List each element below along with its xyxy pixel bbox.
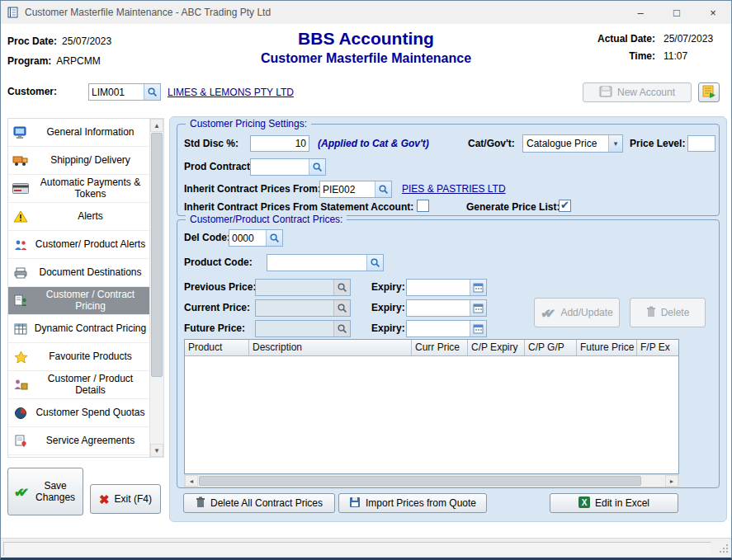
cat-govt-select[interactable]: Catalogue Price ▾ <box>522 134 623 153</box>
calendar-icon[interactable] <box>470 321 486 336</box>
sidebar-item-customer-spend-quotas[interactable]: Customer Spend Quotas <box>8 399 149 427</box>
chevron-down-icon[interactable]: ▾ <box>608 135 622 152</box>
customer-pricing-settings-group: Customer Pricing Settings: Std Disc %: (… <box>177 124 720 216</box>
customer-code-input[interactable] <box>89 84 144 100</box>
inherit-from-link[interactable]: PIES & PASTRIES LTD <box>402 183 506 195</box>
gen-price-list-checkbox[interactable] <box>559 200 571 212</box>
new-account-button[interactable]: New Account <box>583 82 692 102</box>
exit-button[interactable]: ✖ Exit (F4) <box>90 484 161 514</box>
search-icon[interactable] <box>366 255 383 271</box>
delete-all-label: Delete All Contract Prices <box>210 497 323 509</box>
previous-price-input[interactable] <box>256 280 333 295</box>
current-expiry-input[interactable] <box>407 300 470 316</box>
minimize-icon[interactable]: – <box>622 1 659 24</box>
hscrollbar-thumb[interactable] <box>199 476 641 486</box>
future-price-lookup <box>255 320 351 337</box>
sidebar-item-general-information[interactable]: General Information <box>8 119 149 147</box>
table-hscrollbar[interactable]: ◄ ► <box>184 474 679 487</box>
table-header-row: Product Description Curr Price C/P Expir… <box>185 340 678 356</box>
inherit-from-input[interactable] <box>320 181 375 197</box>
truck-icon <box>8 155 33 167</box>
sidebar-item-favourite-products[interactable]: Favourite Products <box>8 343 149 371</box>
import-prices-from-quote-button[interactable]: Import Prices from Quote <box>338 493 487 513</box>
previous-expiry-input[interactable] <box>407 280 470 295</box>
contract-prices-group: Customer/Product Contract Prices: Del Co… <box>177 219 720 488</box>
current-price-input[interactable] <box>256 300 333 316</box>
delete-all-contract-prices-button[interactable]: Delete All Contract Prices <box>183 493 335 513</box>
star-icon <box>8 351 33 364</box>
time-label: Time: <box>597 50 655 62</box>
previous-price-lookup <box>255 279 351 296</box>
svg-text:X: X <box>582 498 588 507</box>
sidebar-item-customer-contract-pricing[interactable]: Customer / Contract Pricing <box>8 287 149 315</box>
current-price-lookup <box>255 299 351 317</box>
search-icon[interactable] <box>266 230 282 246</box>
col-curr-price[interactable]: Curr Price <box>412 340 468 355</box>
exit-label: Exit (F4) <box>115 493 152 505</box>
scroll-right-icon[interactable]: ► <box>665 475 678 487</box>
toolbar-extra-button[interactable] <box>698 82 720 102</box>
scroll-up-icon[interactable]: ▲ <box>150 119 163 132</box>
sidebar-item-document-destinations[interactable]: Document Destinations <box>8 259 149 287</box>
search-icon[interactable] <box>309 159 325 175</box>
sidebar-item-service-agreements[interactable]: Service Agreements <box>8 427 149 455</box>
applied-note: (Applied to Cat & Gov't) <box>318 138 429 149</box>
close-icon[interactable]: × <box>695 1 731 24</box>
price-level-input[interactable] <box>687 135 715 152</box>
inherit-stmt-label: Inherit Contract Prices From Statement A… <box>184 201 413 213</box>
titlebar: Customer Masterfile Maintenance - ABC Tr… <box>1 1 731 24</box>
maximize-icon[interactable]: □ <box>659 1 695 24</box>
customer-label: Customer: <box>7 86 57 97</box>
col-product[interactable]: Product <box>185 340 249 355</box>
col-cp-expiry[interactable]: C/P Expiry <box>468 340 525 355</box>
search-icon[interactable] <box>144 84 160 100</box>
search-icon[interactable] <box>333 300 350 316</box>
sidebar-item-dynamic-contract-pricing[interactable]: Dynamic Contract Pricing <box>8 315 149 343</box>
scroll-left-icon[interactable]: ◄ <box>185 475 198 487</box>
previous-expiry-label: Expiry: <box>371 281 405 293</box>
cat-govt-value: Catalogue Price <box>523 138 608 149</box>
sidebar-scrollbar[interactable]: ▲ ▼ <box>149 119 163 457</box>
col-cp-gp[interactable]: C/P G/P <box>525 340 577 355</box>
save-changes-button[interactable]: ✔✔ Save Changes <box>7 468 83 515</box>
future-price-input[interactable] <box>256 321 333 336</box>
col-description[interactable]: Description <box>249 340 412 355</box>
customer-name-link[interactable]: LIMES & LEMONS PTY LTD <box>168 87 294 98</box>
resize-grip[interactable] <box>719 542 729 557</box>
sidebar-items: General Information Shipping/ Delivery A… <box>8 119 149 457</box>
contract-prices-title: Customer/Product Contract Prices: <box>186 214 347 225</box>
sidebar-item-alerts[interactable]: Alerts <box>8 203 149 231</box>
prod-contract-input[interactable] <box>251 159 309 175</box>
price-level-label: Price Level: <box>630 138 685 149</box>
del-code-input[interactable] <box>229 230 266 246</box>
product-code-input[interactable] <box>267 255 366 271</box>
sidebar-item-customer-product-details[interactable]: Customer / Product Details <box>8 371 149 399</box>
inherit-stmt-checkbox[interactable] <box>417 200 429 212</box>
scrollbar-thumb[interactable] <box>151 133 163 377</box>
calendar-icon[interactable] <box>470 280 486 295</box>
future-price-label: Future Price: <box>184 322 245 334</box>
sidebar-item-shipping-delivery[interactable]: Shipping/ Delivery <box>8 147 149 175</box>
col-fp-ex[interactable]: F/P Ex <box>637 340 680 355</box>
future-expiry-input[interactable] <box>407 321 470 336</box>
main-panel: Customer Pricing Settings: Std Disc %: (… <box>169 116 727 522</box>
sidebar-item-automatic-payments[interactable]: Automatic Payments & Tokens <box>8 175 149 203</box>
add-update-button[interactable]: ✔✔ Add/Update <box>534 298 620 327</box>
delete-button[interactable]: Delete <box>630 298 706 327</box>
monitor-icon <box>8 126 33 139</box>
current-expiry-date <box>406 299 487 317</box>
search-icon[interactable] <box>333 321 350 336</box>
calendar-icon[interactable] <box>470 300 486 316</box>
scroll-down-icon[interactable]: ▼ <box>150 444 163 457</box>
edit-in-excel-button[interactable]: X Edit in Excel <box>550 493 678 513</box>
future-expiry-date <box>406 320 487 337</box>
search-icon[interactable] <box>333 280 350 295</box>
search-icon[interactable] <box>375 181 391 197</box>
product-code-lookup <box>267 254 384 271</box>
col-future-price[interactable]: Future Price <box>577 340 637 355</box>
std-disc-input[interactable] <box>250 135 309 152</box>
product-code-label: Product Code: <box>184 256 253 268</box>
sidebar-item-customer-product-alerts[interactable]: Customer/ Product Alerts <box>8 231 149 259</box>
add-update-label: Add/Update <box>560 307 612 318</box>
printer-icon <box>8 266 33 279</box>
